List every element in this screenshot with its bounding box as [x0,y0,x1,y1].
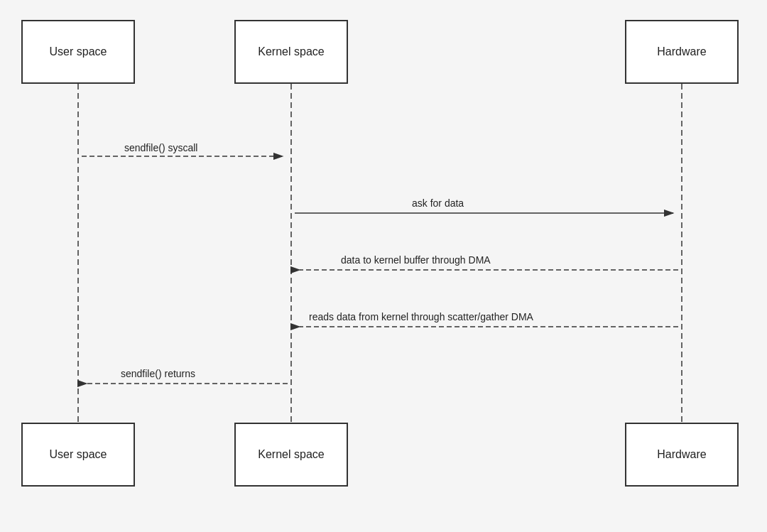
label-sendfile-syscall: sendfile() syscall [124,142,197,153]
diagram-container: User space Kernel space Hardware User sp… [0,0,767,532]
hardware-bottom-box: Hardware [625,423,739,487]
label-ask-for-data: ask for data [412,197,464,209]
kernel-space-bottom-box: Kernel space [234,423,348,487]
user-space-bottom-box: User space [21,423,135,487]
label-scatter-gather-dma: reads data from kernel through scatter/g… [309,311,533,322]
hardware-top-box: Hardware [625,20,739,84]
kernel-space-top-box: Kernel space [234,20,348,84]
user-space-top-box: User space [21,20,135,84]
label-sendfile-returns: sendfile() returns [121,368,195,379]
label-dma-to-kernel: data to kernel buffer through DMA [341,254,491,266]
